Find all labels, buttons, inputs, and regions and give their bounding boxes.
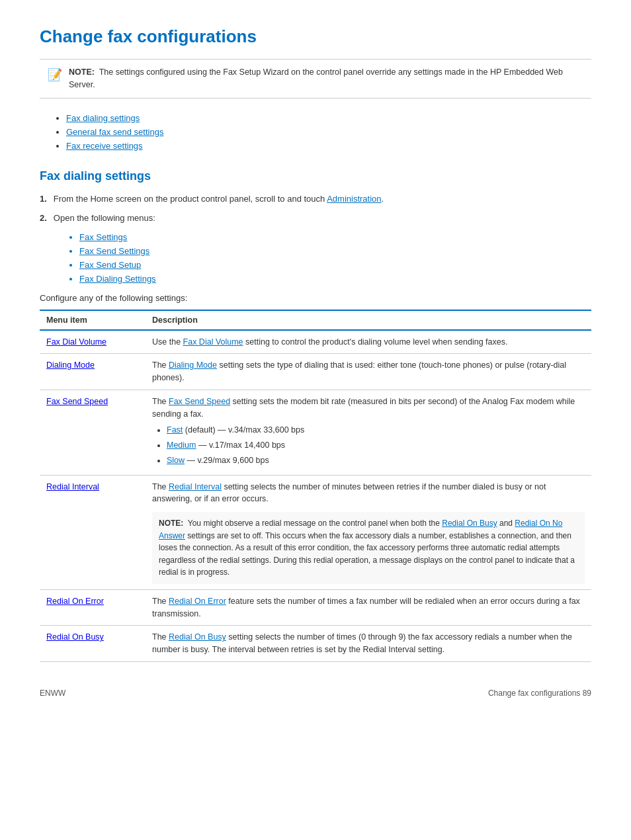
redial-on-error-inline-link[interactable]: Redial On Error [169,597,226,606]
redial-interval-link[interactable]: Redial Interval [46,482,99,491]
speed-slow: Slow — v.29/max 9,600 bps [167,454,585,467]
sub-menu-item-2[interactable]: Fax Send Settings [79,246,591,256]
toc-list: Fax dialing settings General fax send se… [40,113,591,151]
sub-menu-list: Fax Settings Fax Send Settings Fax Send … [40,232,591,284]
step-1-text: From the Home screen on the product cont… [54,194,384,204]
speed-medium-link[interactable]: Medium [167,441,196,450]
desc-fax-send-speed: The Fax Send Speed setting sets the mode… [146,390,591,475]
redial-on-busy-link[interactable]: Redial On Busy [46,632,104,642]
redial-on-busy-note-link[interactable]: Redial On Busy [442,519,497,528]
toc-link-2[interactable]: General fax send settings [66,127,163,137]
speed-fast: Fast (default) — v.34/max 33,600 bps [167,424,585,437]
col-header-menu: Menu item [40,310,146,330]
table-row: Redial On Error The Redial On Error feat… [40,589,591,626]
menu-item-fax-send-speed[interactable]: Fax Send Speed [40,390,146,475]
section-title: Fax dialing settings [40,169,591,183]
toc-item-3[interactable]: Fax receive settings [66,141,591,151]
configure-text: Configure any of the following settings: [40,293,591,303]
menu-item-redial-on-busy[interactable]: Redial On Busy [40,626,146,662]
menu-item-redial-interval[interactable]: Redial Interval [40,475,146,589]
footer-right: Change fax configurations 89 [488,689,591,698]
redial-on-error-link[interactable]: Redial On Error [46,597,104,606]
administration-link[interactable]: Administration [327,194,381,204]
fax-dial-volume-link[interactable]: Fax Dial Volume [46,337,106,347]
step-2-text: Open the following menus: [54,213,155,223]
toc-link-3[interactable]: Fax receive settings [66,141,143,151]
step-1-number: 1. [40,194,47,204]
menu-item-dialing-mode[interactable]: Dialing Mode [40,354,146,390]
sub-menu-item-1[interactable]: Fax Settings [79,232,591,242]
desc-redial-on-error: The Redial On Error feature sets the num… [146,589,591,626]
toc-item-1[interactable]: Fax dialing settings [66,113,591,123]
settings-table: Menu item Description Fax Dial Volume Us… [40,310,591,662]
fax-dial-volume-inline-link[interactable]: Fax Dial Volume [183,337,243,347]
menu-item-fax-dial-volume[interactable]: Fax Dial Volume [40,330,146,354]
note-icon: 📝 [48,67,62,82]
table-row: Redial Interval The Redial Interval sett… [40,475,591,589]
menu-item-redial-on-error[interactable]: Redial On Error [40,589,146,626]
table-header-row: Menu item Description [40,310,591,330]
step-1: 1. From the Home screen on the product c… [40,194,591,204]
note-text: NOTE: The settings configured using the … [69,66,583,91]
redial-on-no-answer-link[interactable]: Redial On No Answer [159,519,562,540]
table-row: Fax Dial Volume Use the Fax Dial Volume … [40,330,591,354]
sub-menu-item-3[interactable]: Fax Send Setup [79,260,591,270]
dialing-mode-inline-link[interactable]: Dialing Mode [169,360,217,370]
table-row: Redial On Busy The Redial On Busy settin… [40,626,591,662]
desc-fax-dial-volume: Use the Fax Dial Volume setting to contr… [146,330,591,354]
dialing-mode-link[interactable]: Dialing Mode [46,360,95,370]
footer: ENWW Change fax configurations 89 [40,689,591,698]
redial-note: NOTE: You might observe a redial message… [152,512,585,584]
sub-menu-link-4[interactable]: Fax Dialing Settings [79,274,156,284]
col-header-desc: Description [146,310,591,330]
toc-item-2[interactable]: General fax send settings [66,127,591,137]
steps-list: 1. From the Home screen on the product c… [40,194,591,223]
sub-menu-link-1[interactable]: Fax Settings [79,232,127,242]
speed-slow-link[interactable]: Slow [167,456,185,465]
fax-send-speed-link[interactable]: Fax Send Speed [46,397,108,406]
desc-redial-on-busy: The Redial On Busy setting selects the n… [146,626,591,662]
redial-on-busy-inline-link[interactable]: Redial On Busy [169,632,226,642]
speed-fast-link[interactable]: Fast [167,425,183,435]
desc-redial-interval: The Redial Interval setting selects the … [146,475,591,589]
table-row: Dialing Mode The Dialing Mode setting se… [40,354,591,390]
sub-menu-link-3[interactable]: Fax Send Setup [79,260,141,270]
page-title: Change fax configurations [40,26,591,47]
step-2-number: 2. [40,213,47,223]
redial-interval-inline-link[interactable]: Redial Interval [169,482,222,491]
fax-send-speed-inline-link[interactable]: Fax Send Speed [169,397,230,406]
toc-link-1[interactable]: Fax dialing settings [66,113,140,123]
sub-menu-link-2[interactable]: Fax Send Settings [79,246,149,256]
desc-dialing-mode: The Dialing Mode setting sets the type o… [146,354,591,390]
sub-menu-item-4[interactable]: Fax Dialing Settings [79,274,591,284]
table-row: Fax Send Speed The Fax Send Speed settin… [40,390,591,475]
step-2: 2. Open the following menus: [40,213,591,223]
speed-medium: Medium — v.17/max 14,400 bps [167,439,585,452]
footer-left: ENWW [40,689,65,698]
note-box: 📝 NOTE: The settings configured using th… [40,59,591,99]
speed-options-list: Fast (default) — v.34/max 33,600 bps Med… [152,424,585,466]
